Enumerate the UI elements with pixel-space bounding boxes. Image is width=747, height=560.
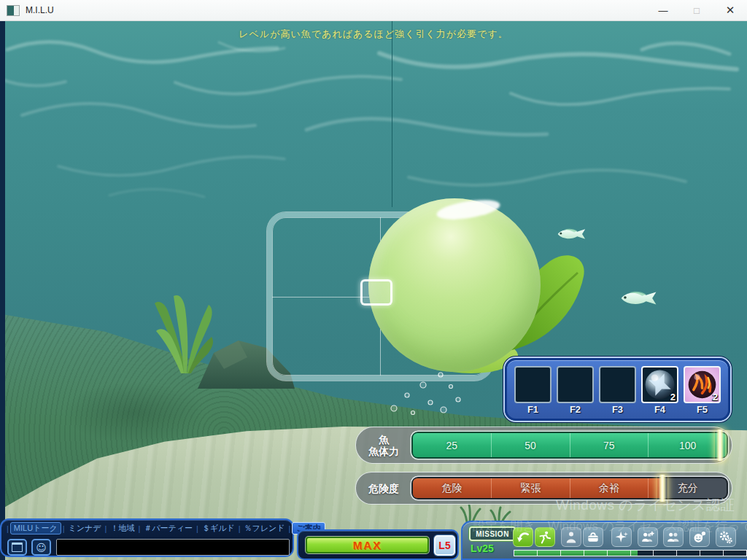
- chat-tab-bar: | MILUトーク | ミンナデ | ！地域 | ＃パーティー | ＄ギルド |…: [5, 522, 290, 534]
- danger-panel: 危険度 危険 緊張 余裕 充分: [355, 472, 732, 505]
- chat-tab-milu-talk[interactable]: MILUトーク: [10, 522, 61, 534]
- danger-seg-3: 余裕: [570, 478, 649, 498]
- hotkey-slot-f5[interactable]: 2: [684, 366, 721, 403]
- hotkey-label-f4: F4: [654, 404, 665, 415]
- chat-emote-button[interactable]: [689, 527, 710, 547]
- fish-hp-label: 魚 魚体力: [356, 427, 411, 463]
- hotkey-label-f2: F2: [570, 404, 581, 415]
- smiley-bubble-icon: [692, 530, 707, 545]
- add-friend-button[interactable]: [638, 527, 658, 547]
- reel-gauge-panel: MAX L5: [297, 529, 459, 560]
- emote-button[interactable]: ☺: [31, 539, 51, 556]
- dash-button[interactable]: [535, 527, 555, 547]
- app-icon: [7, 5, 20, 16]
- small-fish-2: [614, 286, 662, 311]
- bubble-field: [379, 357, 481, 423]
- mission-button[interactable]: MISSION: [469, 526, 516, 541]
- danger-seg-2: 緊張: [492, 478, 570, 498]
- undo-arrow-button[interactable]: [513, 527, 533, 547]
- chat-tab-area[interactable]: ！地域: [108, 523, 136, 534]
- left-edge-strip: [0, 20, 5, 560]
- effects-button[interactable]: [611, 527, 632, 547]
- chat-log-button[interactable]: [7, 539, 27, 556]
- hp-tick-25: 25: [413, 433, 492, 457]
- hotkey-label-f3: F3: [612, 404, 623, 415]
- rod-level-badge[interactable]: L5: [434, 535, 455, 556]
- hotkey-label-f1: F1: [527, 404, 538, 415]
- undo-arrow-icon: [516, 530, 530, 545]
- close-button[interactable]: ✕: [713, 0, 747, 20]
- minimize-button[interactable]: —: [646, 0, 680, 20]
- chat-window-icon: [12, 542, 23, 552]
- chat-tab-minnade[interactable]: ミンナデ: [66, 523, 104, 534]
- item-count: 2: [713, 392, 718, 402]
- hotkey-slot-f1[interactable]: [514, 366, 551, 403]
- fish-hp-panel: 魚 魚体力 25 50 75 100: [355, 427, 732, 464]
- water-caustics: [0, 20, 747, 203]
- settings-button[interactable]: [716, 527, 736, 547]
- hp-tick-50: 50: [492, 433, 570, 457]
- hp-glow-marker: [716, 429, 725, 461]
- window-title: M.I.L.U: [26, 5, 54, 15]
- item-count: 2: [670, 392, 676, 402]
- danger-meter: 危険 緊張 余裕 充分: [411, 477, 728, 499]
- chat-tab-party[interactable]: ＃パーティー: [142, 523, 195, 534]
- hotkey-slot-f2[interactable]: [557, 366, 594, 403]
- community-button[interactable]: [663, 527, 684, 547]
- fish-hp-meter: 25 50 75 100: [411, 432, 728, 459]
- danger-glow-marker: [657, 475, 667, 502]
- hp-tick-75: 75: [570, 433, 649, 457]
- reel-gauge-max-label: MAX: [307, 538, 427, 552]
- window-controls: — □ ✕: [646, 0, 747, 20]
- inventory-button[interactable]: [583, 527, 603, 547]
- xp-bar: [514, 550, 747, 556]
- window-titlebar: M.I.L.U — □ ✕: [0, 0, 747, 21]
- fishing-line: [392, 20, 392, 207]
- two-people-icon: [666, 530, 681, 545]
- gears-icon: [719, 530, 733, 545]
- smiley-icon: ☺: [36, 542, 47, 553]
- target-reticle[interactable]: [360, 279, 392, 306]
- reel-gauge-bar: MAX: [306, 537, 429, 553]
- maximize-button[interactable]: □: [680, 0, 713, 20]
- tutorial-hint: レベルが高い魚であればあるほど強く引く力が必要です。: [0, 28, 747, 41]
- hotkey-slot-f4[interactable]: 2: [641, 366, 678, 403]
- person-icon: [564, 530, 578, 545]
- hotkey-panel: F1 F2 F3 2 F4: [505, 358, 730, 421]
- character-button[interactable]: [561, 527, 581, 547]
- status-panel: MISSION Lv25: [461, 521, 747, 560]
- sparkle-icon: [614, 530, 629, 545]
- runner-icon: [538, 530, 552, 545]
- hotkey-slot-f3[interactable]: [599, 366, 636, 403]
- danger-seg-1: 危険: [413, 478, 492, 498]
- toolbar-icons: [513, 527, 736, 547]
- chat-tab-guild[interactable]: ＄ギルド: [200, 523, 237, 534]
- hooked-fish[interactable]: [368, 198, 541, 372]
- small-fish-1: [553, 223, 589, 245]
- game-window: レベルが高い魚であればあるほど強く引く力が必要です。 F1 F2 F3: [0, 0, 747, 560]
- hotkey-label-f5: F5: [697, 404, 708, 415]
- chat-tab-friend[interactable]: ％フレンド: [242, 523, 287, 534]
- seaweed: [146, 286, 219, 375]
- chat-input[interactable]: [56, 539, 290, 556]
- add-friend-icon: [640, 530, 655, 545]
- player-level: Lv25: [471, 542, 494, 554]
- bag-icon: [586, 530, 600, 545]
- danger-label: 危険度: [356, 472, 411, 504]
- chat-panel: | MILUトーク | ミンナデ | ！地域 | ＃パーティー | ＄ギルド |…: [0, 518, 294, 557]
